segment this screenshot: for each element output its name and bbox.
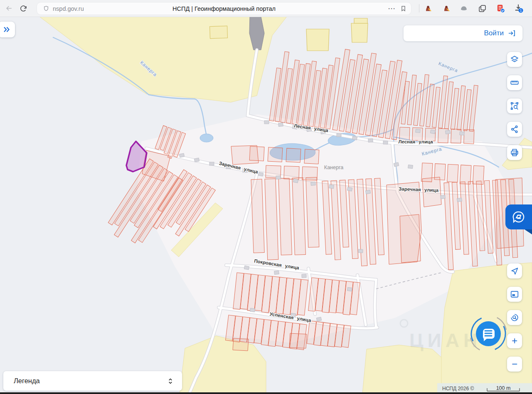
url-domain: nspd.gov.ru [53,5,84,12]
chat-fab[interactable] [470,315,507,352]
reload-icon [20,5,27,12]
gray-dome-icon [459,4,468,13]
zoom-in-button[interactable]: + [507,333,522,348]
legend-toggle[interactable]: Легенда [3,371,182,391]
double-chevron-right-icon [2,25,11,34]
site-shield-icon [43,5,49,12]
scale-label: 100 m [496,385,511,391]
print-button[interactable] [507,145,522,160]
measure-button[interactable] [507,75,522,90]
layers-button[interactable] [507,52,522,67]
extension-assistant-icon-1[interactable] [423,3,433,13]
chat-bubble-icon [470,315,507,352]
downloads-button[interactable]: 1 [514,3,524,13]
minus-icon: − [512,359,517,369]
share-button[interactable] [507,122,522,137]
extension-redcard-icon[interactable] [495,3,505,13]
ruler-icon [510,78,519,87]
street-label-lesnaya-2: Лесная улица [398,139,433,144]
back-arrow-icon [5,4,13,12]
hamster-pencil-icon [424,4,433,13]
zoom-out-button[interactable]: − [507,357,522,372]
back-button[interactable] [4,3,14,13]
extension-shield-icon[interactable] [459,3,469,13]
share-icon [510,125,519,134]
minimap-icon [510,290,519,299]
map-canvas[interactable]: Лесная улица Лесная улица Заречная улица… [0,17,532,394]
print-icon [510,148,519,157]
locate-button[interactable] [507,263,522,278]
url-bar[interactable]: nspd.gov.ru НСПД | Геоинформационный пор… [37,2,411,15]
login-label: Войти [484,29,504,37]
plus-icon: + [512,336,517,346]
layers-icon [510,55,519,64]
login-arrow-icon [507,29,516,37]
map-attribution: НСПД 2026 © [442,386,474,392]
feedback-bubble-icon [512,210,526,224]
toolbar-divider [419,4,419,12]
hamster-pencil-icon [442,4,451,13]
download-arrow-icon: 1 [514,3,524,13]
window-bottom-edge [0,392,532,394]
bookmark-icon[interactable] [400,5,407,12]
object-search-icon [510,313,519,322]
area-search-button[interactable] [507,98,522,113]
reload-button[interactable] [18,3,28,13]
area-search-icon [510,101,519,111]
extension-assistant-icon-2[interactable] [441,3,451,13]
smartbar-more-icon[interactable]: ··· [388,5,396,12]
sidebar-expand-button[interactable] [0,22,15,37]
login-button[interactable]: Войти [403,25,523,42]
collapse-expand-icon [166,377,175,385]
settlement-label: Канерга [324,165,343,170]
locate-arrow-icon [510,266,519,276]
page-title: НСПД | Геоинформационный портал [172,5,276,12]
feedback-tab[interactable] [505,204,532,229]
extension-tabs-icon[interactable] [477,3,487,13]
legend-label: Легенда [14,377,40,385]
object-search-button[interactable] [507,310,522,325]
download-badge: 1 [520,8,522,12]
minimap-button[interactable] [507,287,522,302]
browser-toolbar: nspd.gov.ru НСПД | Геоинформационный пор… [0,0,532,17]
feedback-tab-notch [525,229,532,234]
red-document-check-icon [496,4,505,13]
tabs-icon [478,4,487,13]
